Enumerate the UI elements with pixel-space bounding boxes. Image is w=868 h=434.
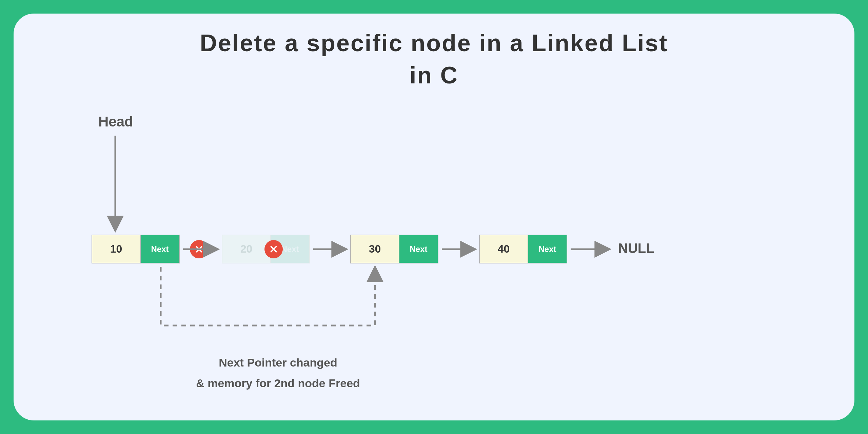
node-1-value: 10: [92, 235, 141, 263]
caption-line-2: & memory for 2nd node Freed: [176, 377, 380, 390]
diagram-title: Delete a specific node in a Linked List …: [14, 27, 854, 91]
node-3-next: Next: [399, 235, 438, 263]
head-label: Head: [98, 114, 133, 130]
delete-icon: [264, 240, 283, 258]
delete-icon: [190, 240, 208, 258]
node-2-value: 20: [222, 235, 271, 263]
title-line-2: in C: [410, 62, 458, 88]
node-4: 40 Next: [479, 235, 567, 263]
node-4-next: Next: [528, 235, 567, 263]
node-3-value: 30: [350, 235, 399, 263]
caption-line-1: Next Pointer changed: [176, 356, 380, 369]
caption: Next Pointer changed & memory for 2nd no…: [176, 356, 380, 390]
node-1-next: Next: [141, 235, 180, 263]
null-label: NULL: [618, 241, 654, 256]
node-1: 10 Next: [92, 235, 180, 263]
title-line-1: Delete a specific node in a Linked List: [200, 30, 668, 56]
node-4-value: 40: [479, 235, 528, 263]
diagram-canvas: Delete a specific node in a Linked List …: [14, 14, 854, 420]
node-3: 30 Next: [350, 235, 438, 263]
